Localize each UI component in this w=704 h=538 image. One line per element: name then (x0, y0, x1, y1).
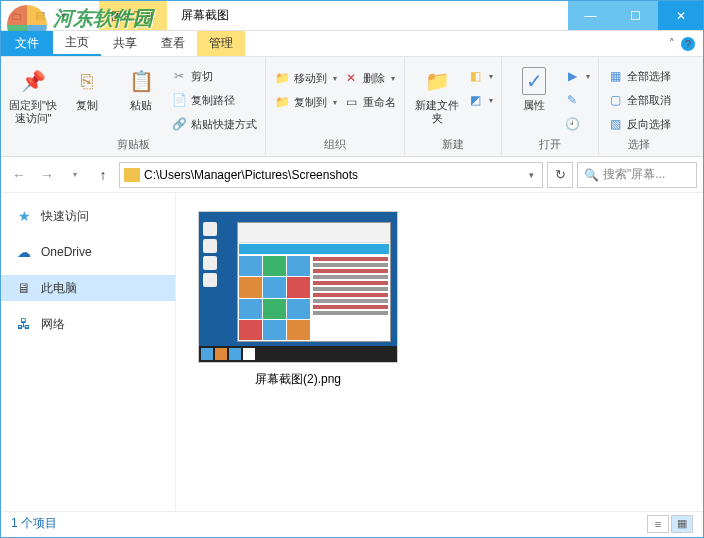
tab-view[interactable]: 查看 (149, 31, 197, 56)
selectnone-icon: ▢ (607, 92, 623, 108)
folder-icon: 📁 (421, 65, 453, 97)
properties-button[interactable]: 属性 (510, 61, 558, 112)
pin-icon: 📌 (17, 65, 49, 97)
tab-share[interactable]: 共享 (101, 31, 149, 56)
history-icon: 🕘 (564, 116, 580, 132)
tab-file[interactable]: 文件 (1, 31, 53, 56)
ribbon-tab-strip: 文件 主页 共享 查看 管理 ˄ ? (1, 31, 703, 57)
paste-icon: 📋 (125, 65, 157, 97)
qat-explorer-icon[interactable]: 🗀 (5, 5, 27, 27)
search-box[interactable]: 🔍 搜索"屏幕... (577, 162, 697, 188)
easyaccess-icon: ◩ (467, 92, 483, 108)
copyto-icon: 📁 (274, 94, 290, 110)
delete-button[interactable]: ✕ 删除▾ (343, 67, 396, 89)
sidebar-item-quick-access[interactable]: ★ 快速访问 (1, 203, 175, 229)
delete-icon: ✕ (343, 70, 359, 86)
copy-to-button[interactable]: 📁 复制到▾ (274, 91, 337, 113)
move-icon: 📁 (274, 70, 290, 86)
ribbon-group-organize: 📁 移动到▾ 📁 复制到▾ ✕ 删除▾ ▭ 重命名 组织 (266, 57, 405, 156)
move-to-button[interactable]: 📁 移动到▾ (274, 67, 337, 89)
ribbon-collapse-icon[interactable]: ˄ (669, 37, 675, 50)
chevron-down-icon: ▾ (391, 74, 395, 83)
easy-access-button[interactable]: ◩▾ (467, 89, 493, 111)
qat-dropdown-icon[interactable]: ▾ (53, 5, 75, 27)
forward-button[interactable]: → (35, 163, 59, 187)
file-thumbnail (198, 211, 398, 363)
refresh-button[interactable]: ↻ (547, 162, 573, 188)
selectall-icon: ▦ (607, 68, 623, 84)
computer-icon: 🖥 (15, 280, 33, 296)
file-list-area[interactable]: 屏幕截图(2).png (176, 193, 703, 511)
contextual-tab-header: 图片工具 (99, 1, 167, 30)
qat-sep-icon: │ (77, 5, 99, 27)
new-folder-button[interactable]: 📁 新建文件夹 (413, 61, 461, 125)
navigation-bar: ← → ▾ ↑ ▾ ↻ 🔍 搜索"屏幕... (1, 157, 703, 193)
cut-button[interactable]: ✂ 剪切 (171, 65, 257, 87)
sidebar-item-network[interactable]: 🖧 网络 (1, 311, 175, 337)
body-area: ★ 快速访问 ☁ OneDrive 🖥 此电脑 🖧 网络 (1, 193, 703, 511)
title-bar: 🗀 ▤ ▾ │ 图片工具 屏幕截图 — ☐ ✕ (1, 1, 703, 31)
recent-dropdown[interactable]: ▾ (63, 163, 87, 187)
status-bar: 1 个项目 ≡ ▦ (1, 511, 703, 535)
copy-path-button[interactable]: 📄 复制路径 (171, 89, 257, 111)
newitem-icon: ◧ (467, 68, 483, 84)
group-label-organize: 组织 (274, 137, 396, 154)
tab-manage[interactable]: 管理 (197, 31, 245, 56)
ribbon-group-new: 📁 新建文件夹 ◧▾ ◩▾ 新建 (405, 57, 502, 156)
address-input[interactable] (144, 168, 521, 182)
pin-to-quick-access-button[interactable]: 📌 固定到"快速访问" (9, 61, 57, 125)
ribbon-group-clipboard: 📌 固定到"快速访问" ⎘ 复制 📋 粘贴 ✂ 剪切 📄 复制路径 (1, 57, 266, 156)
sidebar-item-this-pc[interactable]: 🖥 此电脑 (1, 275, 175, 301)
invert-icon: ▧ (607, 116, 623, 132)
ribbon-group-open: 属性 ▶▾ ✎ 🕘 打开 (502, 57, 599, 156)
history-button[interactable]: 🕘 (564, 113, 590, 135)
copy-button[interactable]: ⎘ 复制 (63, 61, 111, 112)
group-label-clipboard: 剪贴板 (9, 137, 257, 154)
address-dropdown-icon[interactable]: ▾ (525, 170, 538, 180)
close-button[interactable]: ✕ (658, 1, 703, 30)
path-icon: 📄 (171, 92, 187, 108)
search-icon: 🔍 (584, 168, 599, 182)
group-label-new: 新建 (413, 137, 493, 154)
shortcut-icon: 🔗 (171, 116, 187, 132)
paste-shortcut-button[interactable]: 🔗 粘贴快捷方式 (171, 113, 257, 135)
scissors-icon: ✂ (171, 68, 187, 84)
copy-icon: ⎘ (71, 65, 103, 97)
address-folder-icon (124, 168, 140, 182)
open-icon: ▶ (564, 68, 580, 84)
select-none-button[interactable]: ▢ 全部取消 (607, 89, 671, 111)
paste-button[interactable]: 📋 粘贴 (117, 61, 165, 112)
edit-button[interactable]: ✎ (564, 89, 590, 111)
ribbon-group-select: ▦ 全部选择 ▢ 全部取消 ▧ 反向选择 选择 (599, 57, 679, 156)
navigation-sidebar: ★ 快速访问 ☁ OneDrive 🖥 此电脑 🖧 网络 (1, 193, 176, 511)
file-item[interactable]: 屏幕截图(2).png (198, 211, 398, 388)
ribbon: 📌 固定到"快速访问" ⎘ 复制 📋 粘贴 ✂ 剪切 📄 复制路径 (1, 57, 703, 157)
qat-props-icon[interactable]: ▤ (29, 5, 51, 27)
search-placeholder: 搜索"屏幕... (603, 166, 665, 183)
chevron-down-icon: ▾ (333, 74, 337, 83)
maximize-button[interactable]: ☐ (613, 1, 658, 30)
onedrive-icon: ☁ (15, 244, 33, 260)
group-label-select: 选择 (607, 137, 671, 154)
new-item-button[interactable]: ◧▾ (467, 65, 493, 87)
star-icon: ★ (15, 208, 33, 224)
up-button[interactable]: ↑ (91, 163, 115, 187)
sidebar-item-onedrive[interactable]: ☁ OneDrive (1, 239, 175, 265)
open-button[interactable]: ▶▾ (564, 65, 590, 87)
rename-button[interactable]: ▭ 重命名 (343, 91, 396, 113)
address-bar[interactable]: ▾ (119, 162, 543, 188)
item-count-label: 1 个项目 (11, 515, 57, 532)
back-button[interactable]: ← (7, 163, 31, 187)
tab-home[interactable]: 主页 (53, 31, 101, 56)
file-name-label: 屏幕截图(2).png (255, 371, 341, 388)
rename-icon: ▭ (343, 94, 359, 110)
edit-icon: ✎ (564, 92, 580, 108)
network-icon: 🖧 (15, 316, 33, 332)
minimize-button[interactable]: — (568, 1, 613, 30)
chevron-down-icon: ▾ (333, 98, 337, 107)
invert-selection-button[interactable]: ▧ 反向选择 (607, 113, 671, 135)
help-icon[interactable]: ? (681, 37, 695, 51)
view-details-button[interactable]: ≡ (647, 515, 669, 533)
select-all-button[interactable]: ▦ 全部选择 (607, 65, 671, 87)
view-thumbnails-button[interactable]: ▦ (671, 515, 693, 533)
